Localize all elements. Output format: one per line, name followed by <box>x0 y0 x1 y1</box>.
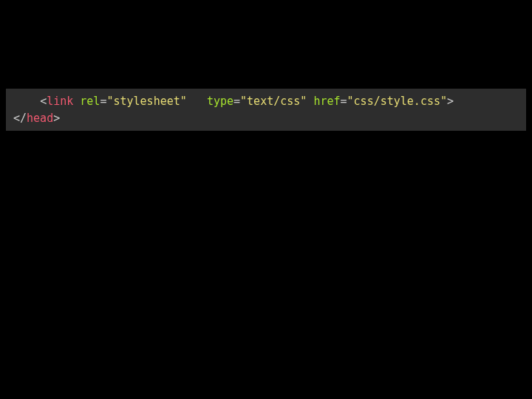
val-href: "css/style.css" <box>347 95 447 108</box>
tag-link: link <box>47 95 73 108</box>
code-line-1: <link rel="stylesheet" type="text/css" h… <box>6 93 526 110</box>
bracket-close: > <box>53 112 60 125</box>
bracket-close: > <box>447 95 454 108</box>
bracket-open: < <box>40 95 47 108</box>
bracket-open <box>13 95 40 108</box>
attr-href: href <box>313 95 340 108</box>
space <box>187 95 207 108</box>
attr-type: type <box>207 95 233 108</box>
val-stylesheet: "stylesheet" <box>106 95 186 108</box>
tag-head: head <box>27 112 53 125</box>
space <box>73 95 80 108</box>
code-line-2: </head> <box>6 110 526 127</box>
code-block: <link rel="stylesheet" type="text/css" h… <box>6 89 526 131</box>
val-textcss: "text/css" <box>240 95 307 108</box>
bracket-open: </ <box>13 112 27 125</box>
attr-rel: rel <box>80 95 100 108</box>
equals: = <box>341 95 347 108</box>
equals: = <box>233 95 240 108</box>
